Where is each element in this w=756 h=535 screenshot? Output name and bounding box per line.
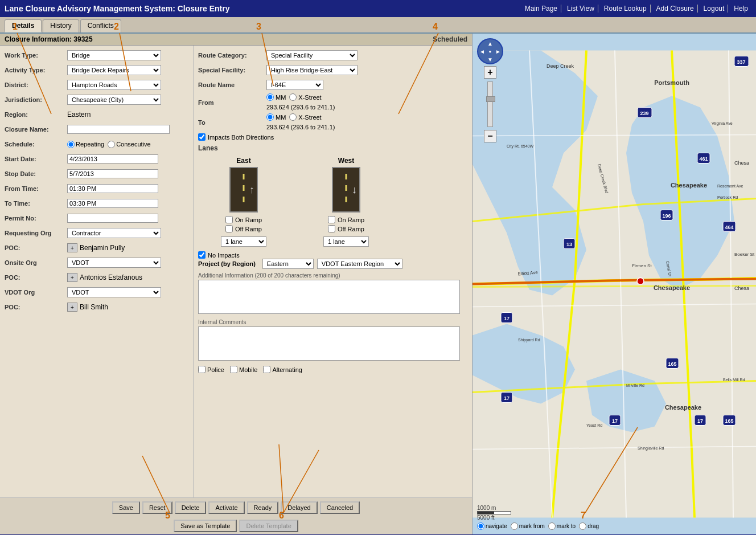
impacts-both-checkbox[interactable]: [198, 133, 206, 141]
special-facility-select[interactable]: High Rise Bridge-East: [266, 65, 358, 75]
pan-left-icon[interactable]: ◄: [479, 48, 485, 55]
west-on-ramp-checkbox[interactable]: [328, 216, 335, 223]
impacts-both-label: Impacts Both Directions: [208, 134, 274, 141]
schedule-row: Schedule: Repeating Consecutive: [5, 138, 188, 150]
onsite-poc-row: POC: + Antonios Estafanous: [5, 271, 188, 284]
zoom-slider-thumb[interactable]: [486, 96, 495, 102]
schedule-repeating-label: Repeating: [67, 141, 104, 148]
from-time-input[interactable]: [67, 184, 158, 193]
nav-help[interactable]: Help: [730, 5, 751, 13]
svg-text:Milville Rd: Milville Rd: [626, 383, 644, 387]
additional-info-textarea[interactable]: [198, 280, 460, 314]
map-nav-controls: ▲ ◄ ● ► ▼ + −: [477, 38, 503, 142]
map-radio-controls: navigate mark from mark to drag: [477, 522, 599, 530]
no-impacts-checkbox[interactable]: [198, 251, 206, 259]
delete-button[interactable]: Delete: [175, 501, 207, 514]
tab-history[interactable]: History: [43, 19, 79, 32]
internal-comments-textarea[interactable]: [198, 326, 460, 361]
work-type-select[interactable]: Bridge: [67, 50, 161, 60]
west-lanes-select[interactable]: 1 lane: [323, 236, 369, 247]
zoom-in-button[interactable]: +: [484, 66, 496, 79]
nav-main-page[interactable]: Main Page: [521, 5, 561, 13]
svg-text:Bells Mill Rd: Bells Mill Rd: [723, 378, 745, 382]
west-road-visual: ↓: [332, 167, 360, 213]
vdot-poc-btn[interactable]: +: [67, 303, 77, 312]
jurisdiction-select[interactable]: Chesapeake (City): [67, 95, 161, 105]
map-navigate-radio[interactable]: [477, 522, 484, 530]
vdot-poc-label: POC:: [5, 304, 67, 311]
pan-right-icon[interactable]: ►: [495, 48, 501, 55]
vdot-poc-value: Bill Smith: [80, 303, 108, 311]
from-xstreet-radio[interactable]: [289, 93, 297, 101]
project-region-select[interactable]: Eastern: [262, 259, 314, 269]
canceled-button[interactable]: Canceled: [320, 501, 360, 514]
from-mm-radio[interactable]: [266, 93, 274, 101]
schedule-consecutive-radio[interactable]: [108, 141, 115, 148]
scale-black: [478, 512, 494, 514]
nav-logout[interactable]: Logout: [700, 5, 729, 13]
start-date-input[interactable]: [67, 154, 158, 164]
onsite-org-select[interactable]: VDOT: [67, 258, 161, 268]
svg-text:17: 17: [697, 418, 703, 424]
onsite-poc-btn[interactable]: +: [67, 273, 77, 282]
east-off-ramp-checkbox[interactable]: [225, 225, 233, 232]
map-drag-radio[interactable]: [579, 522, 586, 530]
closure-info-bar: Closure Information: 39325 Scheduled: [0, 34, 472, 46]
pan-control[interactable]: ▲ ◄ ● ► ▼: [477, 38, 503, 64]
permit-no-input[interactable]: [67, 214, 158, 223]
route-category-row: Route Category: Special Facility: [198, 49, 467, 62]
map-mark-from-radio[interactable]: [511, 522, 518, 530]
map-mark-to-radio[interactable]: [548, 522, 556, 530]
zoom-out-button[interactable]: −: [484, 130, 496, 142]
activity-type-select[interactable]: Bridge Deck Repairs: [67, 65, 161, 75]
to-mm-label: MM: [276, 114, 286, 121]
east-on-ramp-checkbox[interactable]: [225, 216, 233, 223]
template-button-row: Save as Template Delete Template: [0, 517, 472, 534]
delayed-button[interactable]: Delayed: [281, 501, 317, 514]
tab-conflicts[interactable]: Conflicts: [80, 19, 121, 32]
east-title: East: [236, 157, 250, 165]
vdot-org-select[interactable]: VDOT: [67, 287, 161, 297]
save-template-button[interactable]: Save as Template: [174, 520, 237, 532]
to-time-label: To Time:: [5, 200, 67, 207]
route-category-select[interactable]: Special Facility: [266, 50, 358, 60]
district-select[interactable]: Hampton Roads: [67, 80, 161, 90]
poc-btn[interactable]: +: [67, 243, 77, 252]
police-checkbox[interactable]: [198, 366, 206, 373]
pan-down-icon[interactable]: ▼: [487, 56, 493, 63]
east-lanes-select[interactable]: 1 lane: [221, 236, 266, 247]
stop-date-input[interactable]: [67, 169, 158, 178]
closure-name-input[interactable]: [67, 125, 170, 134]
west-off-ramp-checkbox[interactable]: [328, 225, 335, 232]
route-name-select[interactable]: I-64E: [266, 80, 323, 90]
nav-route-lookup[interactable]: Route Lookup: [601, 5, 651, 13]
mobile-checkbox[interactable]: [230, 366, 237, 373]
svg-text:Rosemont Ave: Rosemont Ave: [717, 184, 743, 188]
schedule-repeating-radio[interactable]: [67, 141, 75, 148]
nav-list-view[interactable]: List View: [564, 5, 598, 13]
save-button[interactable]: Save: [112, 501, 140, 514]
closure-name-label: Closure Name:: [5, 126, 67, 133]
to-time-input[interactable]: [67, 199, 158, 208]
zoom-slider-track[interactable]: [487, 81, 493, 127]
closure-name-row: Closure Name:: [5, 123, 188, 136]
pan-center-icon: ●: [489, 49, 492, 54]
tab-details[interactable]: Details: [5, 19, 42, 32]
to-time-row: To Time:: [5, 197, 188, 210]
reset-button[interactable]: Reset: [142, 501, 172, 514]
main-container: Closure Information: 39325 Scheduled Wor…: [0, 34, 756, 534]
alternating-checkbox[interactable]: [263, 366, 270, 373]
additional-info-label: Additional Information (200 of 200 chara…: [198, 272, 467, 279]
route-category-label: Route Category:: [198, 52, 266, 59]
pan-up-icon[interactable]: ▲: [487, 40, 493, 47]
nav-add-closure[interactable]: Add Closure: [653, 5, 698, 13]
to-mm-radio[interactable]: [266, 113, 274, 121]
ready-button[interactable]: Ready: [247, 501, 279, 514]
requesting-org-label: Requesting Org: [5, 230, 67, 236]
to-xstreet-radio[interactable]: [289, 113, 297, 121]
requesting-org-select[interactable]: Contractor: [67, 228, 161, 238]
region-row: Region: Eastern: [5, 108, 188, 121]
project-vdot-select[interactable]: VDOT Eastern Region: [317, 259, 402, 269]
activate-button[interactable]: Activate: [208, 501, 244, 514]
svg-text:City Rt. 6540W: City Rt. 6540W: [507, 144, 533, 149]
